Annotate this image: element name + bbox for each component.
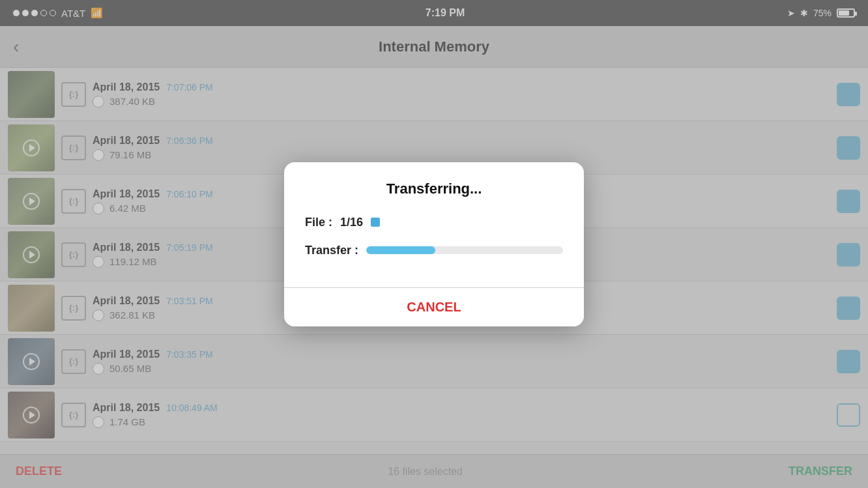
modal-overlay: Transferring... File : 1/16 Transfer : C…: [0, 0, 868, 488]
file-progress-indicator: [371, 218, 380, 227]
transfer-bar-fill: [366, 246, 435, 254]
cancel-button[interactable]: CANCEL: [284, 288, 584, 326]
modal-body: Transferring... File : 1/16 Transfer :: [284, 162, 584, 287]
transfer-label: Transfer :: [305, 244, 358, 257]
transfer-bar-container: [366, 246, 563, 254]
file-progress-row: File : 1/16: [305, 216, 563, 229]
file-label: File :: [305, 216, 332, 229]
transfer-progress-row: Transfer :: [305, 244, 563, 257]
file-progress-value: 1/16: [340, 216, 363, 229]
modal-title: Transferring...: [305, 180, 563, 197]
transfer-modal: Transferring... File : 1/16 Transfer : C…: [284, 162, 584, 326]
